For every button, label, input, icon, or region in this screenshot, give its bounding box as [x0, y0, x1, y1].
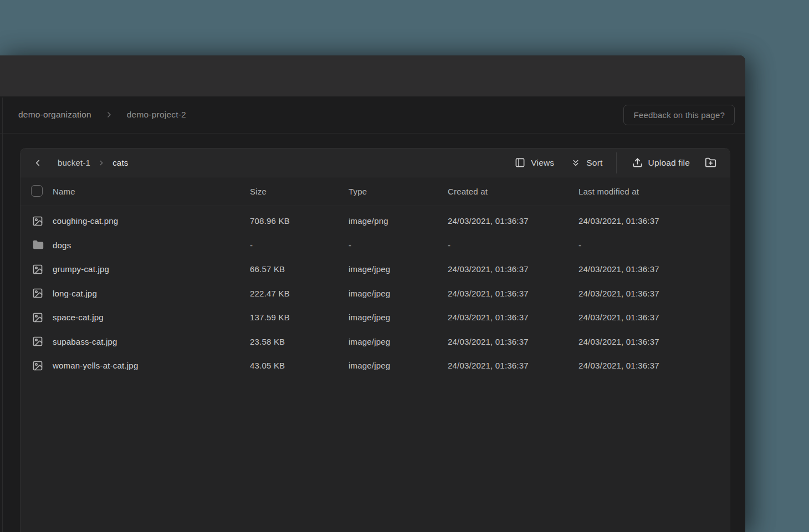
sort-label: Sort [586, 158, 602, 168]
image-file-icon [32, 360, 43, 371]
chevrons-down-icon [571, 158, 581, 168]
file-name: space-cat.jpg [53, 313, 250, 322]
file-created-at: 24/03/2021, 01:36:37 [448, 289, 578, 298]
toolbar-divider [616, 152, 617, 173]
file-size: - [250, 241, 349, 250]
file-created-at: - [448, 241, 578, 250]
image-file-icon [32, 216, 43, 227]
upload-icon [632, 157, 643, 168]
file-modified-at: 24/03/2021, 01:36:37 [578, 264, 730, 274]
table-row[interactable]: grumpy-cat.jpg 66.57 KB image/jpeg 24/03… [21, 257, 730, 282]
table-row[interactable]: space-cat.jpg 137.59 KB image/jpeg 24/03… [21, 305, 730, 330]
image-file-icon [32, 288, 43, 299]
chevron-left-icon [33, 158, 43, 168]
file-type: image/jpeg [349, 337, 448, 346]
back-button[interactable] [33, 158, 43, 168]
file-modified-at: 24/03/2021, 01:36:37 [578, 361, 730, 370]
table-row[interactable]: supabass-cat.jpg 23.58 KB image/jpeg 24/… [21, 330, 730, 354]
explorer-toolbar: bucket-1 cats Views Sort [21, 149, 730, 177]
file-name: long-cat.jpg [53, 289, 250, 298]
file-list: coughing-cat.png 708.96 KB image/png 24/… [21, 206, 730, 378]
app-window: demo-organization demo-project-2 Feedbac… [0, 55, 745, 532]
file-name: woman-yells-at-cat.jpg [53, 361, 250, 370]
file-modified-at: 24/03/2021, 01:36:37 [578, 216, 730, 226]
image-file-icon [32, 312, 43, 323]
file-name: dogs [53, 241, 250, 250]
column-header-type: Type [349, 187, 448, 196]
file-name: coughing-cat.png [53, 216, 250, 226]
file-size: 43.05 KB [250, 361, 349, 370]
titlebar [0, 55, 745, 96]
panel-columns-icon [515, 157, 525, 168]
image-file-icon [32, 336, 43, 347]
path-bucket[interactable]: bucket-1 [58, 158, 90, 167]
chevron-right-icon [105, 110, 114, 119]
views-label: Views [531, 158, 554, 168]
file-type: image/jpeg [349, 313, 448, 322]
storage-explorer-panel: bucket-1 cats Views Sort [20, 148, 730, 532]
file-size: 66.57 KB [250, 264, 349, 274]
table-header-row: Name Size Type Created at Last modified … [21, 177, 730, 206]
file-size: 23.58 KB [250, 337, 349, 346]
file-type: image/jpeg [349, 289, 448, 298]
file-type: - [349, 241, 448, 250]
file-name: supabass-cat.jpg [53, 337, 250, 346]
file-created-at: 24/03/2021, 01:36:37 [448, 361, 578, 370]
views-button[interactable]: Views [515, 157, 554, 168]
chevron-right-icon [98, 159, 105, 167]
file-created-at: 24/03/2021, 01:36:37 [448, 216, 578, 226]
table-row[interactable]: coughing-cat.png 708.96 KB image/png 24/… [21, 209, 730, 233]
breadcrumb-project[interactable]: demo-project-2 [127, 110, 186, 120]
file-type: image/jpeg [349, 264, 448, 274]
table-row[interactable]: woman-yells-at-cat.jpg 43.05 KB image/jp… [21, 354, 730, 378]
file-modified-at: 24/03/2021, 01:36:37 [578, 289, 730, 298]
column-header-last-modified-at: Last modified at [578, 187, 730, 196]
upload-label: Upload file [648, 158, 690, 168]
file-size: 222.47 KB [250, 289, 349, 298]
file-size: 708.96 KB [250, 216, 349, 226]
column-header-size: Size [250, 187, 349, 196]
file-type: image/jpeg [349, 361, 448, 370]
upload-file-button[interactable]: Upload file [632, 157, 690, 168]
column-header-name: Name [53, 187, 250, 196]
breadcrumb: demo-organization demo-project-2 Feedbac… [0, 96, 745, 134]
folder-icon [32, 239, 44, 251]
file-name: grumpy-cat.jpg [53, 264, 250, 274]
column-header-created-at: Created at [448, 187, 578, 196]
image-file-icon [32, 264, 43, 275]
path-current-folder: cats [112, 158, 128, 167]
file-created-at: 24/03/2021, 01:36:37 [448, 337, 578, 346]
file-size: 137.59 KB [250, 313, 349, 322]
breadcrumb-organization[interactable]: demo-organization [18, 110, 91, 120]
file-created-at: 24/03/2021, 01:36:37 [448, 313, 578, 322]
file-modified-at: - [578, 241, 730, 250]
file-modified-at: 24/03/2021, 01:36:37 [578, 313, 730, 322]
file-type: image/png [349, 216, 448, 226]
feedback-button[interactable]: Feedback on this page? [623, 105, 735, 125]
select-all-checkbox[interactable] [31, 185, 43, 197]
file-modified-at: 24/03/2021, 01:36:37 [578, 337, 730, 346]
folder-plus-icon [705, 157, 716, 168]
new-folder-button[interactable] [705, 157, 716, 168]
table-row[interactable]: long-cat.jpg 222.47 KB image/jpeg 24/03/… [21, 282, 730, 306]
file-created-at: 24/03/2021, 01:36:37 [448, 264, 578, 274]
sidebar-edge-divider [2, 98, 3, 532]
sort-button[interactable]: Sort [571, 158, 602, 168]
table-row[interactable]: dogs - - - - [21, 233, 730, 258]
